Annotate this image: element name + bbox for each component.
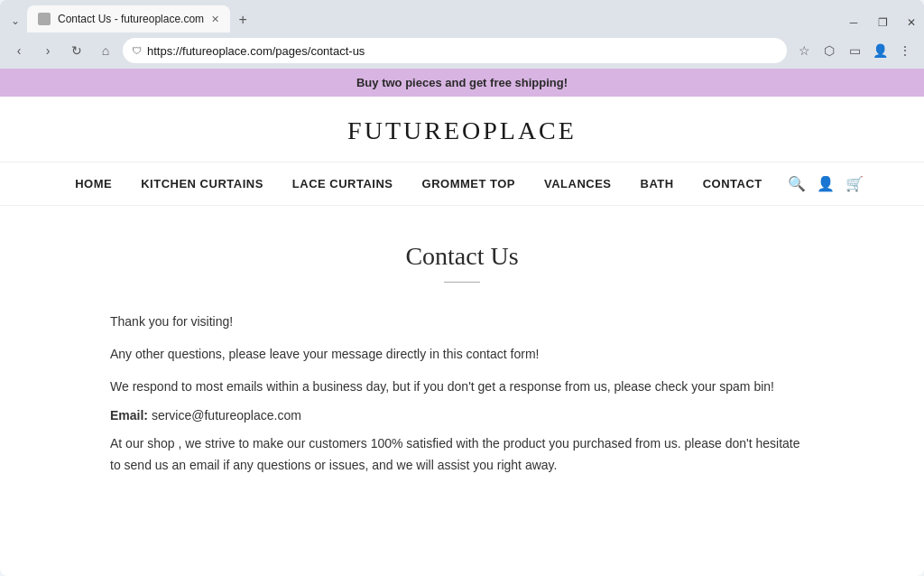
page-title: Contact Us (110, 242, 814, 271)
webpage-content: Buy two pieces and get free shipping! FU… (0, 69, 924, 576)
extensions-button[interactable]: ⬡ (818, 39, 841, 62)
url-text: https://futureoplace.com/pages/contact-u… (147, 44, 778, 58)
address-bar[interactable]: 🛡 https://futureoplace.com/pages/contact… (123, 38, 787, 63)
minimize-button[interactable]: ─ (841, 13, 866, 33)
nav-item-valances[interactable]: VALANCES (530, 177, 626, 190)
forward-button[interactable]: › (36, 39, 60, 62)
reload-button[interactable]: ↻ (65, 39, 88, 62)
split-view-button[interactable]: ▭ (843, 39, 866, 62)
search-button[interactable]: 🔍 (788, 175, 806, 192)
email-address[interactable]: service@futureoplace.com (152, 408, 301, 423)
tab-title: Contact Us - futureoplace.com (58, 13, 204, 25)
profile-icon: 👤 (873, 43, 888, 58)
profile-button[interactable]: 👤 (868, 39, 892, 62)
history-icon: ⌄ (11, 14, 20, 27)
security-icon: 🛡 (132, 45, 142, 56)
nav-item-home[interactable]: HOME (60, 177, 126, 190)
page-content-area: Contact Us Thank you for visiting! Any o… (56, 206, 868, 542)
maximize-button[interactable]: ❐ (870, 13, 895, 33)
reload-icon: ↻ (71, 43, 82, 58)
star-icon: ☆ (799, 43, 810, 58)
contact-paragraph-3: We respond to most emails within a busin… (110, 376, 814, 398)
nav-item-contact[interactable]: CONTACT (688, 177, 777, 190)
nav-item-kitchen-curtains[interactable]: KITCHEN CURTAINS (126, 177, 278, 190)
back-icon: ‹ (17, 43, 22, 58)
site-logo[interactable]: FUTUREOPLACE (0, 116, 924, 145)
window-controls: ─ ❐ ✕ (841, 13, 924, 33)
contact-paragraph-2: Any other questions, please leave your m… (110, 344, 814, 366)
tab-close-button[interactable]: ✕ (211, 14, 219, 25)
bookmark-star-button[interactable]: ☆ (792, 39, 816, 62)
forward-icon: › (46, 43, 51, 58)
site-navigation: HOME KITCHEN CURTAINS LACE CURTAINS GROM… (0, 163, 924, 206)
history-button[interactable]: ⌄ (4, 9, 27, 33)
back-button[interactable]: ‹ (7, 39, 31, 62)
split-icon: ▭ (849, 43, 861, 58)
nav-item-grommet-top[interactable]: GROMMET TOP (408, 177, 530, 190)
menu-button[interactable]: ⋮ (893, 39, 917, 62)
contact-paragraph-4: At our shop , we strive to make our cust… (110, 433, 814, 477)
home-icon: ⌂ (102, 43, 109, 58)
promo-text: Buy two pieces and get free shipping! (356, 76, 568, 89)
menu-icon: ⋮ (899, 43, 911, 58)
close-button[interactable]: ✕ (899, 13, 924, 33)
browser-tab[interactable]: Contact Us - futureoplace.com ✕ (27, 5, 230, 33)
contact-paragraph-1: Thank you for visiting! (110, 311, 814, 333)
toolbar-icons: ☆ ⬡ ▭ 👤 ⋮ (792, 39, 917, 62)
title-divider (444, 282, 480, 283)
promo-banner: Buy two pieces and get free shipping! (0, 69, 924, 97)
new-tab-icon: + (238, 12, 246, 28)
account-button[interactable]: 👤 (817, 175, 835, 192)
nav-utility-icons: 🔍 👤 🛒 (788, 175, 864, 192)
extensions-icon: ⬡ (824, 43, 835, 58)
email-label: Email: (110, 408, 148, 423)
nav-item-lace-curtains[interactable]: LACE CURTAINS (278, 177, 408, 190)
nav-item-bath[interactable]: BATH (626, 177, 688, 190)
new-tab-button[interactable]: + (230, 7, 255, 33)
address-bar-row: ‹ › ↻ ⌂ 🛡 https://futureoplace.com/pages… (0, 33, 924, 69)
site-header: FUTUREOPLACE (0, 97, 924, 163)
tab-favicon (38, 13, 51, 25)
cart-button[interactable]: 🛒 (845, 175, 864, 192)
home-button[interactable]: ⌂ (94, 39, 117, 62)
contact-email-line: Email: service@futureoplace.com (110, 408, 814, 423)
